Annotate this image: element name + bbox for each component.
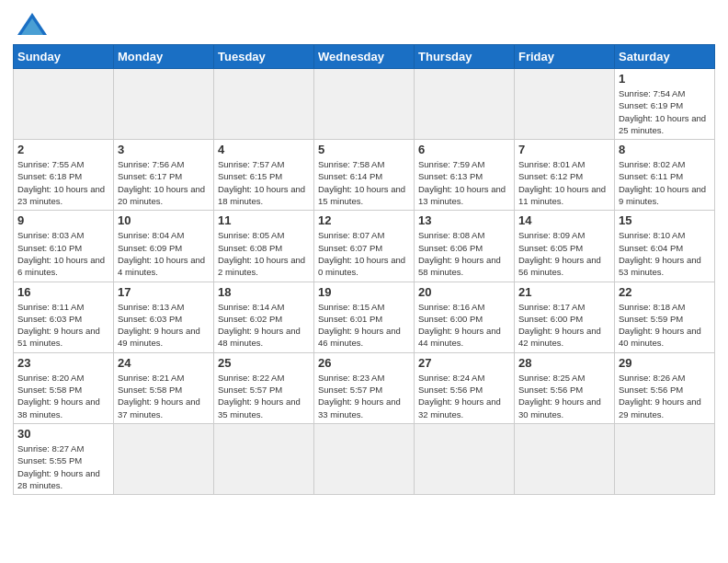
day-info: Sunrise: 8:04 AM Sunset: 6:09 PM Dayligh… — [118, 229, 210, 278]
day-number: 25 — [218, 356, 310, 370]
day-info: Sunrise: 8:15 AM Sunset: 6:01 PM Dayligh… — [318, 301, 410, 350]
calendar-cell: 21Sunrise: 8:17 AM Sunset: 6:00 PM Dayli… — [515, 282, 615, 352]
day-number: 30 — [17, 427, 109, 441]
day-number: 23 — [17, 356, 109, 370]
day-info: Sunrise: 8:01 AM Sunset: 6:12 PM Dayligh… — [518, 158, 610, 207]
day-number: 19 — [318, 285, 410, 299]
calendar-cell: 9Sunrise: 8:03 AM Sunset: 6:10 PM Daylig… — [14, 211, 114, 282]
calendar-cell — [214, 423, 314, 494]
calendar-cell: 29Sunrise: 8:26 AM Sunset: 5:56 PM Dayli… — [615, 352, 715, 423]
day-number: 27 — [418, 356, 510, 370]
calendar-cell — [515, 423, 615, 494]
day-info: Sunrise: 7:57 AM Sunset: 6:15 PM Dayligh… — [218, 158, 310, 207]
day-number: 2 — [17, 143, 109, 156]
calendar-cell: 22Sunrise: 8:18 AM Sunset: 5:59 PM Dayli… — [615, 282, 715, 352]
day-info: Sunrise: 7:55 AM Sunset: 6:18 PM Dayligh… — [17, 158, 109, 207]
day-info: Sunrise: 8:02 AM Sunset: 6:11 PM Dayligh… — [619, 158, 711, 207]
logo — [13, 13, 49, 39]
calendar-cell — [515, 69, 615, 140]
day-number: 17 — [118, 285, 210, 299]
day-info: Sunrise: 7:56 AM Sunset: 6:17 PM Dayligh… — [118, 158, 210, 207]
calendar: SundayMondayTuesdayWednesdayThursdayFrid… — [13, 44, 715, 495]
day-number: 10 — [118, 213, 210, 227]
calendar-cell — [314, 69, 415, 140]
day-number: 20 — [418, 285, 510, 299]
day-info: Sunrise: 8:27 AM Sunset: 5:55 PM Dayligh… — [17, 442, 109, 491]
calendar-cell: 24Sunrise: 8:21 AM Sunset: 5:58 PM Dayli… — [114, 352, 214, 423]
calendar-cell: 10Sunrise: 8:04 AM Sunset: 6:09 PM Dayli… — [114, 211, 214, 282]
day-number: 5 — [318, 143, 410, 156]
calendar-cell: 11Sunrise: 8:05 AM Sunset: 6:08 PM Dayli… — [214, 211, 314, 282]
day-number: 26 — [318, 356, 410, 370]
calendar-week-5: 30Sunrise: 8:27 AM Sunset: 5:55 PM Dayli… — [14, 423, 715, 494]
day-number: 16 — [17, 285, 109, 299]
calendar-week-4: 23Sunrise: 8:20 AM Sunset: 5:58 PM Dayli… — [14, 352, 715, 423]
day-number: 6 — [418, 143, 510, 156]
calendar-cell: 5Sunrise: 7:58 AM Sunset: 6:14 PM Daylig… — [314, 140, 415, 211]
day-number: 12 — [318, 213, 410, 227]
day-number: 18 — [218, 285, 310, 299]
logo-icon — [16, 11, 49, 37]
day-info: Sunrise: 8:07 AM Sunset: 6:07 PM Dayligh… — [318, 229, 410, 278]
day-info: Sunrise: 8:10 AM Sunset: 6:04 PM Dayligh… — [619, 229, 711, 278]
day-number: 24 — [118, 356, 210, 370]
calendar-cell: 27Sunrise: 8:24 AM Sunset: 5:56 PM Dayli… — [415, 352, 515, 423]
calendar-cell: 17Sunrise: 8:13 AM Sunset: 6:03 PM Dayli… — [114, 282, 214, 352]
day-number: 11 — [218, 213, 310, 227]
calendar-week-1: 2Sunrise: 7:55 AM Sunset: 6:18 PM Daylig… — [14, 140, 715, 211]
calendar-cell: 2Sunrise: 7:55 AM Sunset: 6:18 PM Daylig… — [14, 140, 114, 211]
calendar-cell — [214, 69, 314, 140]
calendar-cell — [114, 69, 214, 140]
calendar-week-0: 1Sunrise: 7:54 AM Sunset: 6:19 PM Daylig… — [14, 69, 715, 140]
day-number: 3 — [118, 143, 210, 156]
day-info: Sunrise: 8:08 AM Sunset: 6:06 PM Dayligh… — [418, 229, 510, 278]
day-info: Sunrise: 8:17 AM Sunset: 6:00 PM Dayligh… — [518, 301, 610, 350]
calendar-cell: 15Sunrise: 8:10 AM Sunset: 6:04 PM Dayli… — [615, 211, 715, 282]
day-number: 15 — [619, 213, 711, 227]
weekday-header-row: SundayMondayTuesdayWednesdayThursdayFrid… — [14, 45, 715, 69]
weekday-header-saturday: Saturday — [615, 45, 715, 69]
weekday-header-tuesday: Tuesday — [214, 45, 314, 69]
calendar-cell: 4Sunrise: 7:57 AM Sunset: 6:15 PM Daylig… — [214, 140, 314, 211]
weekday-header-sunday: Sunday — [14, 45, 114, 69]
calendar-cell: 8Sunrise: 8:02 AM Sunset: 6:11 PM Daylig… — [615, 140, 715, 211]
weekday-header-friday: Friday — [515, 45, 615, 69]
calendar-cell: 28Sunrise: 8:25 AM Sunset: 5:56 PM Dayli… — [515, 352, 615, 423]
day-info: Sunrise: 8:09 AM Sunset: 6:05 PM Dayligh… — [518, 229, 610, 278]
calendar-cell: 26Sunrise: 8:23 AM Sunset: 5:57 PM Dayli… — [314, 352, 415, 423]
calendar-cell: 20Sunrise: 8:16 AM Sunset: 6:00 PM Dayli… — [415, 282, 515, 352]
calendar-cell: 1Sunrise: 7:54 AM Sunset: 6:19 PM Daylig… — [615, 69, 715, 140]
day-info: Sunrise: 8:26 AM Sunset: 5:56 PM Dayligh… — [619, 372, 711, 420]
calendar-cell: 25Sunrise: 8:22 AM Sunset: 5:57 PM Dayli… — [214, 352, 314, 423]
day-number: 7 — [518, 143, 610, 156]
day-number: 8 — [619, 143, 711, 156]
calendar-cell: 13Sunrise: 8:08 AM Sunset: 6:06 PM Dayli… — [415, 211, 515, 282]
day-number: 4 — [218, 143, 310, 156]
day-number: 22 — [619, 285, 711, 299]
calendar-cell: 6Sunrise: 7:59 AM Sunset: 6:13 PM Daylig… — [415, 140, 515, 211]
calendar-cell: 30Sunrise: 8:27 AM Sunset: 5:55 PM Dayli… — [14, 423, 114, 494]
calendar-cell — [14, 69, 114, 140]
calendar-week-2: 9Sunrise: 8:03 AM Sunset: 6:10 PM Daylig… — [14, 211, 715, 282]
calendar-cell: 14Sunrise: 8:09 AM Sunset: 6:05 PM Dayli… — [515, 211, 615, 282]
day-info: Sunrise: 8:23 AM Sunset: 5:57 PM Dayligh… — [318, 372, 410, 420]
day-number: 29 — [619, 356, 711, 370]
calendar-cell — [415, 69, 515, 140]
calendar-cell — [314, 423, 415, 494]
calendar-cell: 3Sunrise: 7:56 AM Sunset: 6:17 PM Daylig… — [114, 140, 214, 211]
day-info: Sunrise: 7:59 AM Sunset: 6:13 PM Dayligh… — [418, 158, 510, 207]
day-number: 9 — [17, 213, 109, 227]
day-info: Sunrise: 8:11 AM Sunset: 6:03 PM Dayligh… — [17, 301, 109, 350]
day-info: Sunrise: 8:24 AM Sunset: 5:56 PM Dayligh… — [418, 372, 510, 420]
day-info: Sunrise: 7:58 AM Sunset: 6:14 PM Dayligh… — [318, 158, 410, 207]
calendar-cell: 16Sunrise: 8:11 AM Sunset: 6:03 PM Dayli… — [14, 282, 114, 352]
header — [13, 9, 715, 39]
calendar-cell: 23Sunrise: 8:20 AM Sunset: 5:58 PM Dayli… — [14, 352, 114, 423]
calendar-cell — [615, 423, 715, 494]
calendar-cell: 18Sunrise: 8:14 AM Sunset: 6:02 PM Dayli… — [214, 282, 314, 352]
day-info: Sunrise: 8:14 AM Sunset: 6:02 PM Dayligh… — [218, 301, 310, 350]
day-info: Sunrise: 7:54 AM Sunset: 6:19 PM Dayligh… — [619, 87, 711, 136]
day-info: Sunrise: 8:13 AM Sunset: 6:03 PM Dayligh… — [118, 301, 210, 350]
calendar-cell: 19Sunrise: 8:15 AM Sunset: 6:01 PM Dayli… — [314, 282, 415, 352]
day-info: Sunrise: 8:20 AM Sunset: 5:58 PM Dayligh… — [17, 372, 109, 420]
